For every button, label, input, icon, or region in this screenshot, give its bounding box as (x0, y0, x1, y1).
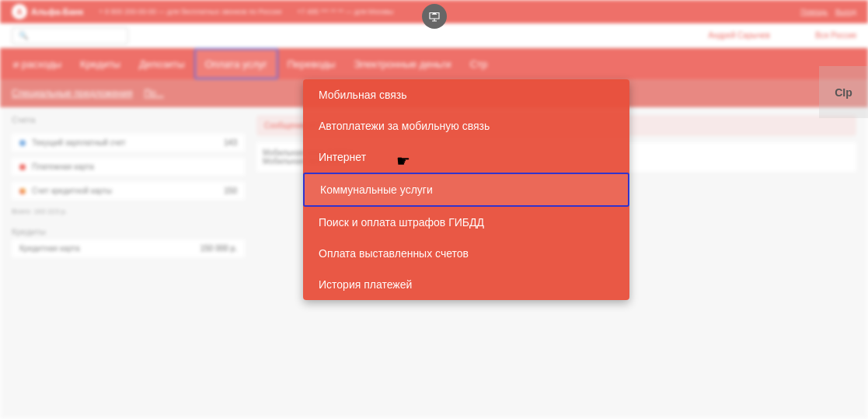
kredity-section: Кредиты Кредитная карта 150 000 р. (12, 227, 245, 257)
user-name: Андрей Сарычев (708, 31, 769, 40)
left-panel: Счета Текущий зарплатный счет 143 Платеж… (12, 115, 245, 411)
dropdown-menu: Мобильная связь Автоплатежи за мобильную… (303, 79, 629, 300)
account-name-1: Текущий зарплатный счет (32, 138, 126, 147)
sub-po[interactable]: По... (144, 88, 163, 99)
dropdown-internet[interactable]: Интернет (303, 141, 629, 173)
credit-amount: 150 000 р. (200, 244, 237, 253)
dropdown-autopay[interactable]: Автоплатежи за мобильную связь (303, 110, 629, 141)
settings-link[interactable]: настройки (776, 32, 810, 40)
help-link[interactable]: Помощь (800, 8, 828, 16)
dot-multi (19, 188, 26, 194)
search-input[interactable] (31, 31, 121, 40)
account-item-3[interactable]: Счет кредитной карты 150 (12, 182, 245, 200)
dropdown-history[interactable]: История платежей (303, 269, 629, 300)
exit-link[interactable]: Выход (835, 8, 856, 16)
sub-special[interactable]: Специальные предложения (12, 88, 132, 99)
credit-card-name: Кредитная карта (19, 244, 80, 253)
account-name-3: Счет кредитной карты (32, 187, 112, 195)
main-nav: и расходы Кредиты Депозиты Оплата услуг … (0, 48, 868, 79)
user-area: Андрей Сарычев настройки Вся Россия (708, 31, 856, 40)
dropdown-utility[interactable]: Коммунальные услуги (303, 173, 629, 207)
dot-blue (19, 140, 26, 146)
accounts-total: Всего: 163 223 р. (12, 206, 245, 217)
region: Вся Россия (815, 31, 856, 40)
dropdown-mobile[interactable]: Мобильная связь (303, 79, 629, 110)
search-icon: 🔍 (19, 31, 28, 40)
account-item-1[interactable]: Текущий зарплатный счет 143 (12, 134, 245, 152)
dropdown-bills[interactable]: Оплата выставленных счетов (303, 238, 629, 269)
nav-payments[interactable]: Оплата услуг (194, 48, 278, 79)
account-balance-1: 143 (224, 138, 237, 147)
bank-logo: A Альфа-Банк (12, 4, 83, 19)
cip-badge: CIp (819, 66, 868, 118)
screen-share-icon[interactable] (422, 4, 447, 29)
account-name-2: Платежная карта (32, 162, 94, 171)
phone1: + 8 800 200-00-00 — для бесплатных звонк… (99, 8, 281, 16)
logo-icon: A (12, 4, 27, 19)
kredity-title: Кредиты (12, 227, 245, 236)
account-balance-3: 150 (224, 187, 237, 195)
accounts-title: Счета (12, 115, 245, 124)
nav-deposits[interactable]: Депозиты (130, 48, 194, 79)
account-item-2[interactable]: Платежная карта (12, 158, 245, 176)
nav-emoney[interactable]: Электронные деньги (344, 48, 460, 79)
bank-name: Альфа-Банк (31, 7, 83, 16)
nav-expenses[interactable]: и расходы (4, 48, 71, 79)
dot-red (19, 164, 26, 170)
credit-card-item[interactable]: Кредитная карта 150 000 р. (12, 239, 245, 257)
nav-credits[interactable]: Кредиты (71, 48, 130, 79)
dropdown-fines[interactable]: Поиск и оплата штрафов ГИБДД (303, 207, 629, 238)
search-box[interactable]: 🔍 (12, 27, 128, 44)
top-bar-right: Помощь Выход (800, 8, 856, 16)
phone2: +7 495 *** ** ** — для Москвы (297, 8, 393, 16)
nav-transfers[interactable]: Переводы (278, 48, 345, 79)
nav-str[interactable]: Стр (461, 48, 497, 79)
